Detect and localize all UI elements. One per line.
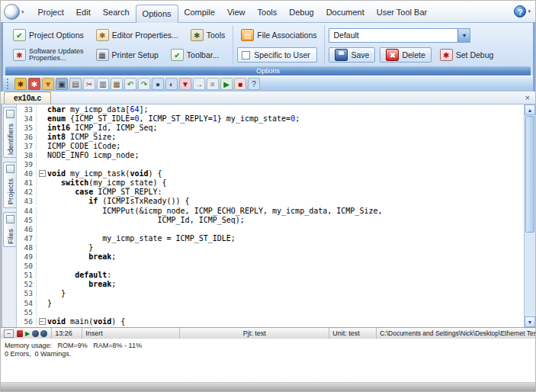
line-number[interactable]: 34 xyxy=(17,114,37,123)
toolbar-settings-button[interactable]: ✔ Toolbar... xyxy=(167,47,223,63)
menu-search[interactable]: Search xyxy=(97,4,136,22)
side-tab-files[interactable]: Files xyxy=(3,212,16,247)
paste-icon[interactable]: ▦ xyxy=(111,78,123,90)
app-menu-button[interactable]: ▾ xyxy=(4,4,24,22)
line-number[interactable]: 46 xyxy=(17,225,37,233)
file-path: C:\Documents and Settings\Nick\Desktop\E… xyxy=(380,329,535,337)
fold-toggle-icon[interactable]: − xyxy=(37,318,47,325)
collapse-button[interactable]: − xyxy=(4,329,14,338)
line-number[interactable]: 45 xyxy=(17,216,37,224)
project-options-label: Project Options xyxy=(29,31,84,40)
copy-icon[interactable]: ▥ xyxy=(97,78,109,90)
line-number[interactable]: 54 xyxy=(17,299,37,307)
line-number[interactable]: 56 xyxy=(17,317,37,326)
software-updates-button[interactable]: ✱ Software UpdatesProperties... xyxy=(9,47,88,63)
line-number[interactable]: 50 xyxy=(17,262,37,270)
code-line: 47 my_icmp_state = ICMP_ST_IDLE; xyxy=(17,233,524,243)
save-button[interactable]: Save xyxy=(329,47,375,63)
line-number[interactable]: 51 xyxy=(17,271,37,279)
project-options-icon: ✔ xyxy=(13,29,26,41)
menu-document[interactable]: Document xyxy=(320,4,371,22)
help-button[interactable]: ? ▾ xyxy=(514,5,531,22)
record-icon[interactable] xyxy=(32,330,39,337)
side-tab-icon xyxy=(6,165,14,173)
code-line: 52 break; xyxy=(17,280,524,289)
tools-button[interactable]: ✱ Tools xyxy=(187,27,229,43)
line-number[interactable]: 44 xyxy=(17,207,37,215)
line-number[interactable]: 49 xyxy=(17,252,37,261)
scroll-down-icon[interactable]: ▼ xyxy=(525,316,535,327)
line-number[interactable]: 43 xyxy=(17,197,37,205)
close-icon[interactable]: × xyxy=(525,94,530,101)
help-toolbar-icon[interactable]: ? xyxy=(248,78,260,90)
replace-icon[interactable]: ◐ xyxy=(165,78,178,90)
set-debug-label: Set Debug xyxy=(456,50,494,59)
undo-icon[interactable]: ↶ xyxy=(124,78,136,90)
toolbar-grip[interactable] xyxy=(7,79,9,89)
build-all-icon[interactable]: ✱ xyxy=(28,78,40,90)
scrollbar-track[interactable] xyxy=(525,115,535,316)
side-tab-identifiers[interactable]: Identifiers xyxy=(3,107,16,158)
editor-vertical-scrollbar[interactable]: ▲ ▼ xyxy=(524,104,535,327)
side-tab-projects[interactable]: Projects xyxy=(3,162,16,207)
line-number[interactable]: 55 xyxy=(17,308,37,316)
line-number[interactable]: 35 xyxy=(17,124,37,132)
line-number[interactable]: 53 xyxy=(17,289,37,297)
chevron-down-icon[interactable]: ▾ xyxy=(457,29,470,42)
line-number[interactable]: 33 xyxy=(17,105,37,114)
scrollbar-thumb[interactable] xyxy=(525,116,534,233)
fold-toggle-icon[interactable]: − xyxy=(37,170,47,177)
find-icon[interactable]: ● xyxy=(152,78,164,90)
line-number[interactable]: 52 xyxy=(17,280,37,288)
goto-line-icon[interactable]: → xyxy=(193,78,205,90)
line-number[interactable]: 39 xyxy=(17,160,37,169)
line-number[interactable]: 48 xyxy=(17,243,37,252)
ribbon-group-scheme: Default ▾ Save ✖ Delete xyxy=(325,25,531,65)
line-number[interactable]: 40 xyxy=(17,169,37,178)
menu-compile[interactable]: Compile xyxy=(178,4,221,22)
run-status-icon[interactable]: ▶ xyxy=(25,330,30,337)
line-number[interactable]: 37 xyxy=(17,142,37,150)
menu-user-tool-bar[interactable]: User Tool Bar xyxy=(371,4,433,22)
bookmark-flag-icon[interactable] xyxy=(17,330,23,337)
settings-scheme-dropdown[interactable]: Default ▾ xyxy=(329,28,470,43)
save-file-icon[interactable]: ▣ xyxy=(56,78,68,90)
menu-view[interactable]: View xyxy=(221,4,252,22)
compile-icon[interactable]: ✱ xyxy=(14,78,27,90)
open-file-icon[interactable]: ▼ xyxy=(42,78,54,90)
delete-label: Delete xyxy=(402,50,425,59)
set-debug-button[interactable]: ✱ Set Debug xyxy=(436,47,498,63)
menu-options[interactable]: Options xyxy=(136,5,178,23)
menu-project[interactable]: Project xyxy=(32,4,70,22)
cut-icon[interactable]: ✂ xyxy=(83,78,95,90)
line-number[interactable]: 42 xyxy=(17,188,37,196)
code-line: 55 xyxy=(17,307,524,316)
redo-icon[interactable]: ↷ xyxy=(138,78,150,90)
line-number[interactable]: 36 xyxy=(17,133,37,141)
printer-setup-button[interactable]: ▦ Printer Setup xyxy=(92,47,162,63)
code-editor[interactable]: 33char my_icmp_data[64];34enum {ICMP_ST_… xyxy=(17,104,524,327)
print-icon[interactable]: ▤ xyxy=(69,78,82,90)
line-number[interactable]: 41 xyxy=(17,178,37,187)
delete-button[interactable]: ✖ Delete xyxy=(380,47,431,63)
stop-icon[interactable]: ■ xyxy=(234,78,246,90)
pause-icon[interactable] xyxy=(40,330,47,337)
scroll-up-icon[interactable]: ▲ xyxy=(525,104,535,115)
menu-tools[interactable]: Tools xyxy=(252,4,284,22)
line-number[interactable]: 47 xyxy=(17,234,37,243)
bookmark-icon[interactable]: ▼ xyxy=(179,78,191,90)
file-associations-button[interactable]: ▤ File Associations xyxy=(237,27,320,43)
code-text: ICMP_CODE iCode; xyxy=(47,142,120,150)
menu-edit[interactable]: Edit xyxy=(70,4,97,22)
tab-label: ex10a.c xyxy=(14,94,41,102)
line-number[interactable]: 38 xyxy=(17,151,37,159)
run-icon[interactable]: ▶ xyxy=(220,78,233,90)
indent-icon[interactable]: ≡ xyxy=(207,78,219,90)
project-options-button[interactable]: ✔ Project Options xyxy=(9,27,88,43)
tab-ex10a-c[interactable]: ex10a.c xyxy=(4,92,51,104)
menu-debug[interactable]: Debug xyxy=(283,4,319,22)
menubar: ▾ ProjectEditSearchOptionsCompileViewToo… xyxy=(1,1,535,22)
chevron-down-icon: ▾ xyxy=(528,8,531,14)
editor-properties-button[interactable]: ✱ Editor Properties... xyxy=(92,27,182,43)
specific-to-user-checkbox[interactable]: Specific to User xyxy=(237,47,317,63)
